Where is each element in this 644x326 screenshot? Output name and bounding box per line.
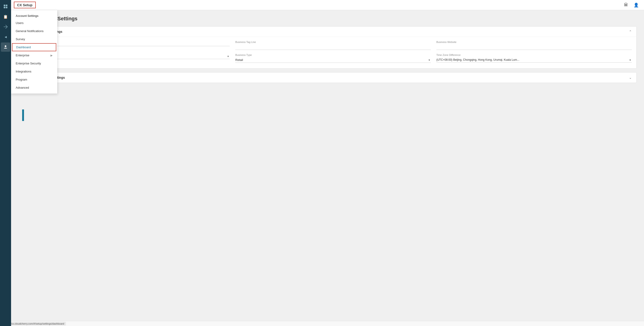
menu-item-integrations[interactable]: Integrations	[11, 67, 57, 76]
timezone-select-wrapper: (UTC+08:00) Beijing, Chongqing, Hong Kon…	[436, 57, 632, 63]
dropdown-menu: Account Settings Users General Notificat…	[11, 10, 57, 94]
svg-point-5	[5, 46, 6, 47]
business-tagline-label: Business Tag Line	[235, 41, 431, 43]
menu-item-enterprise[interactable]: Enterprise ▶	[11, 51, 57, 59]
timezone-field: Time Zone Difference (UTC+08:00) Beijing…	[436, 54, 632, 63]
business-tagline-field: Business Tag Line	[235, 41, 431, 50]
business-type-select[interactable]: Retail Enterprise SMB	[235, 57, 431, 63]
main-wrapper: Dashboard Settings Business Settings ⌃ B…	[22, 10, 644, 326]
share-icon[interactable]	[1, 22, 10, 32]
dashboard-settings-header[interactable]: Dashboard Settings ⌄	[30, 73, 636, 83]
business-settings-card: Business Settings ⌃ Business Tag Line Bu…	[30, 26, 636, 69]
app-title[interactable]: CX Setup	[14, 2, 36, 8]
business-tagline-input[interactable]	[235, 44, 431, 50]
business-website-field: Business Website	[436, 41, 632, 50]
menu-item-program[interactable]: Program	[11, 76, 57, 84]
business-type-select-wrapper: Retail Enterprise SMB	[235, 57, 431, 63]
business-settings-body: Business Tag Line Business Website	[30, 37, 636, 68]
top-nav-right: 🏛 👤	[622, 1, 644, 9]
svg-rect-0	[4, 5, 5, 6]
field2-select[interactable]	[34, 54, 230, 59]
menu-item-advanced[interactable]: Advanced	[11, 84, 57, 92]
status-url: https://cx.cloudcherry.com/#/setup/setti…	[2, 322, 66, 325]
user-account-icon[interactable]: 👤	[632, 1, 640, 9]
top-nav: CX Setup 🏛 👤	[11, 0, 644, 10]
business-name-input[interactable]	[34, 41, 230, 46]
page-title: Dashboard Settings	[30, 16, 636, 22]
menu-item-dashboard[interactable]: Dashboard	[12, 43, 56, 51]
expand-icon: ⌄	[629, 76, 632, 79]
business-field2	[34, 54, 230, 63]
svg-rect-2	[4, 7, 5, 8]
triangle-icon[interactable]: ◀	[1, 32, 10, 42]
menu-section-account: Account Settings	[11, 12, 57, 19]
menu-item-enterprise-security[interactable]: Enterprise Security	[11, 59, 57, 67]
timezone-label: Time Zone Difference	[436, 54, 632, 56]
collapse-icon: ⌃	[629, 30, 632, 34]
grid-icon[interactable]	[1, 2, 10, 11]
teal-accent-bar	[22, 109, 24, 121]
business-type-label: Business Type	[235, 54, 431, 56]
menu-item-general-notifications[interactable]: General Notifications	[11, 27, 57, 35]
svg-rect-3	[6, 7, 8, 8]
business-settings-header[interactable]: Business Settings ⌃	[30, 27, 636, 37]
field2-select-wrapper	[34, 54, 230, 59]
building-icon[interactable]: 🏛	[622, 1, 630, 9]
svg-rect-1	[6, 5, 8, 6]
form-grid: Business Tag Line Business Website	[34, 41, 632, 63]
business-type-field: Business Type Retail Enterprise SMB	[235, 54, 431, 63]
icon-bar: 📋 ◀	[0, 0, 11, 326]
content-area: Dashboard Settings Business Settings ⌃ B…	[22, 10, 644, 326]
business-website-label: Business Website	[436, 41, 632, 43]
business-website-input[interactable]	[436, 44, 632, 50]
menu-item-users[interactable]: Users	[11, 19, 57, 27]
timezone-select[interactable]: (UTC+08:00) Beijing, Chongqing, Hong Kon…	[436, 57, 632, 63]
menu-item-survey[interactable]: Survey	[11, 35, 57, 43]
business-name-field	[34, 41, 230, 50]
enterprise-chevron: ▶	[50, 54, 52, 57]
users-icon[interactable]	[1, 43, 10, 52]
dashboard-settings-card: Dashboard Settings ⌄	[30, 72, 636, 83]
status-bar: https://cx.cloudcherry.com/#/setup/setti…	[0, 321, 644, 326]
clipboard-icon[interactable]: 📋	[1, 12, 10, 21]
